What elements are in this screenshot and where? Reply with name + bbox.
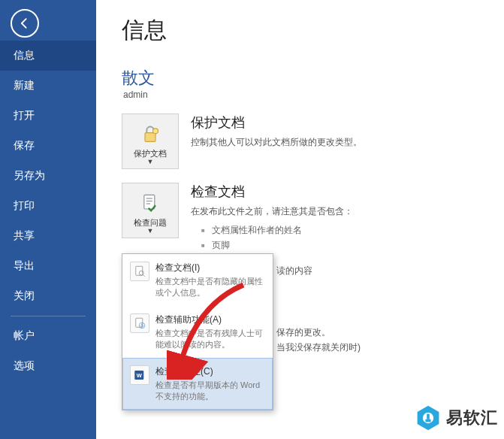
nav-label: 信息 — [14, 49, 35, 62]
document-path: admin — [123, 89, 486, 100]
dd-title: 检查兼容性(C) — [155, 365, 265, 378]
svg-line-8 — [143, 275, 145, 277]
page-title: 信息 — [122, 15, 486, 46]
check-issues-tile[interactable]: 检查问题 ▼ — [122, 183, 179, 238]
nav-label: 导出 — [14, 259, 35, 273]
svg-point-1 — [153, 128, 158, 133]
protect-heading: 保护文档 — [191, 114, 486, 132]
nav-label: 共享 — [14, 229, 35, 243]
nav-separator — [11, 316, 86, 316]
nav-save[interactable]: 保存 — [0, 131, 96, 161]
dd-desc: 检查文档中是否有隐藏的属性或个人信息。 — [155, 276, 265, 298]
nav-label: 另存为 — [14, 169, 45, 183]
nav-saveas[interactable]: 另存为 — [0, 161, 96, 191]
overflow-text: 保存的更改。 — [276, 326, 330, 339]
document-check-icon — [140, 193, 161, 214]
nav-label: 选项 — [14, 359, 35, 373]
dd-title: 检查辅助功能(A) — [155, 313, 265, 326]
svg-rect-2 — [144, 195, 155, 209]
dd-desc: 检查文档中是否有残障人士可能难以阅读的内容。 — [155, 328, 265, 350]
nav-open[interactable]: 打开 — [0, 101, 96, 131]
overflow-text: 读的内容 — [276, 265, 312, 277]
nav-label: 帐户 — [14, 329, 35, 343]
dd-title: 检查文档(I) — [155, 262, 265, 274]
inspect-item: 页脚 — [201, 238, 486, 253]
svg-rect-0 — [145, 132, 155, 141]
inspect-desc: 在发布此文件之前，请注意其是否包含： — [191, 205, 486, 218]
nav-label: 关闭 — [14, 289, 35, 303]
protect-row: 保护文档 ▼ 保护文档 控制其他人可以对此文档所做的更改类型。 — [122, 114, 486, 169]
chevron-down-icon: ▼ — [147, 227, 154, 235]
svg-rect-16 — [427, 414, 430, 419]
nav-label: 保存 — [14, 139, 35, 153]
nav-info[interactable]: 信息 — [0, 41, 96, 71]
inspect-item: 文档属性和作者的姓名 — [201, 223, 486, 238]
nav-label: 打印 — [14, 199, 35, 213]
chevron-down-icon: ▼ — [147, 158, 154, 165]
hex-logo-icon — [415, 404, 442, 431]
nav-close[interactable]: 关闭 — [0, 281, 96, 311]
accessibility-icon — [130, 313, 149, 333]
nav-export[interactable]: 导出 — [0, 251, 96, 281]
document-search-icon — [130, 262, 149, 281]
watermark-text: 易软汇 — [446, 407, 498, 429]
check-accessibility-item[interactable]: 检查辅助功能(A) 检查文档中是否有残障人士可能难以阅读的内容。 — [122, 306, 273, 358]
protect-desc: 控制其他人可以对此文档所做的更改类型。 — [191, 136, 486, 149]
check-compatibility-item[interactable]: W 检查兼容性(C) 检查是否有早期版本的 Word 不支持的功能。 — [122, 358, 273, 410]
nav-account[interactable]: 帐户 — [0, 321, 96, 351]
backstage-sidebar: 信息 新建 打开 保存 另存为 打印 共享 导出 关闭 帐户 选项 — [0, 0, 96, 439]
svg-text:W: W — [137, 372, 143, 379]
check-issues-dropdown: 检查文档(I) 检查文档中是否有隐藏的属性或个人信息。 检查辅助功能(A) 检查… — [122, 253, 273, 410]
arrow-left-icon — [17, 16, 32, 31]
inspect-row: 检查问题 ▼ 检查文档 在发布此文件之前，请注意其是否包含： 文档属性和作者的姓… — [122, 183, 486, 253]
word-compat-icon: W — [130, 365, 149, 385]
nav-label: 打开 — [14, 109, 35, 123]
inspect-heading: 检查文档 — [191, 183, 486, 201]
dd-desc: 检查是否有早期版本的 Word 不支持的功能。 — [155, 380, 265, 402]
nav-new[interactable]: 新建 — [0, 71, 96, 101]
nav-print[interactable]: 打印 — [0, 191, 96, 221]
nav-label: 新建 — [14, 79, 35, 92]
overflow-text: 当我没保存就关闭时) — [276, 341, 361, 354]
document-title: 散文 — [122, 67, 486, 89]
inspect-list: 文档属性和作者的姓名 页脚 — [201, 223, 486, 253]
svg-point-11 — [141, 324, 143, 325]
inspect-document-item[interactable]: 检查文档(I) 检查文档中是否有隐藏的属性或个人信息。 — [122, 254, 273, 306]
nav-options[interactable]: 选项 — [0, 351, 96, 381]
protect-document-tile[interactable]: 保护文档 ▼ — [122, 114, 179, 169]
back-button[interactable] — [11, 9, 39, 38]
nav-share[interactable]: 共享 — [0, 221, 96, 251]
watermark: 易软汇 — [415, 404, 498, 431]
svg-rect-17 — [425, 419, 430, 422]
lock-icon — [140, 124, 161, 145]
